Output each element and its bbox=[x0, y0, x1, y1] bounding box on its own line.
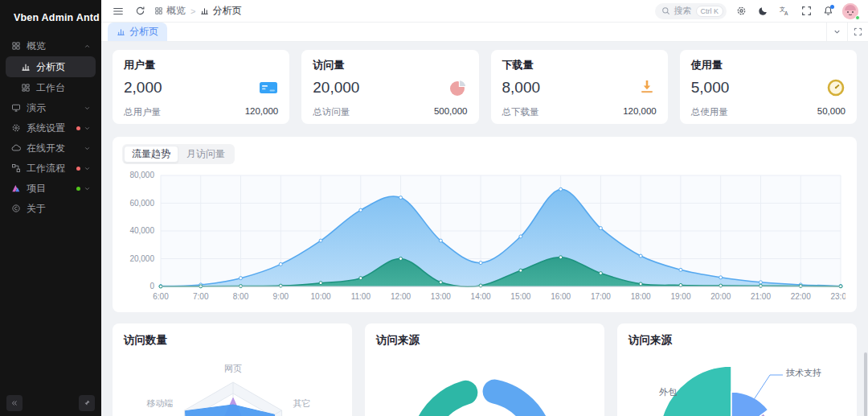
online-status-dot bbox=[855, 15, 860, 20]
svg-text:移动端: 移动端 bbox=[147, 398, 174, 408]
stat-card-value: 5,000 bbox=[691, 79, 730, 97]
workflow-icon bbox=[10, 163, 21, 174]
sidebar-item-analysis[interactable]: 分析页 bbox=[6, 56, 96, 77]
sidebar-item-label: 演示 bbox=[27, 101, 46, 115]
stat-card-users: 用户量 2,000 总用户量 120,000 bbox=[113, 50, 289, 124]
notification-bell-icon[interactable] bbox=[821, 4, 835, 19]
copyright-icon bbox=[10, 204, 21, 214]
pin-sidebar-button[interactable] bbox=[79, 395, 95, 411]
main-column: 概览 > 分析页 搜索 Ctrl K 文A bbox=[101, 0, 868, 416]
stat-card-visits: 访问量 20,000 总访问量 500,000 bbox=[301, 50, 478, 124]
svg-text:技术支持: 技术支持 bbox=[786, 368, 821, 377]
refresh-icon[interactable] bbox=[133, 4, 147, 19]
sidebar-item-system-settings[interactable]: 系统设置 bbox=[6, 118, 96, 138]
pin-icon bbox=[83, 399, 91, 407]
hamburger-menu-icon[interactable] bbox=[111, 4, 125, 19]
vben-logo-icon bbox=[10, 183, 21, 194]
stat-footer-label: 总下载量 bbox=[502, 106, 539, 118]
stat-footer-label: 总访问量 bbox=[313, 106, 350, 118]
svg-text:9:00: 9:00 bbox=[273, 292, 289, 301]
sidebar-item-overview[interactable]: 概览 bbox=[6, 36, 96, 56]
notification-badge bbox=[830, 5, 834, 9]
sidebar-item-workbench[interactable]: 工作台 bbox=[6, 78, 96, 97]
stat-footer-value: 120,000 bbox=[623, 106, 657, 118]
svg-text:20,000: 20,000 bbox=[129, 254, 154, 263]
gauge-icon bbox=[826, 78, 845, 97]
chevron-down-icon bbox=[84, 105, 91, 112]
stat-footer-label: 总使用量 bbox=[691, 106, 728, 118]
maximize-content-icon[interactable] bbox=[847, 23, 868, 41]
visit-source-pie-card: 访问来源 技术支持外包 bbox=[617, 323, 857, 416]
sidebar-submenu-overview: 分析页 工作台 bbox=[4, 56, 97, 97]
page-content: 用户量 2,000 总用户量 120,000 bbox=[101, 42, 868, 416]
svg-text:7:00: 7:00 bbox=[193, 292, 209, 301]
tab-analysis[interactable]: 分析页 bbox=[108, 23, 167, 41]
page-scrollbar[interactable] bbox=[864, 352, 867, 416]
stat-card-value: 8,000 bbox=[502, 79, 541, 97]
visit-source-donut-card: 访问来源 bbox=[365, 323, 604, 416]
svg-text:40,000: 40,000 bbox=[129, 226, 154, 235]
stat-card-title: 下载量 bbox=[502, 58, 657, 72]
sidebar-item-workflow[interactable]: 工作流程 bbox=[6, 159, 96, 178]
breadcrumb-item-analysis[interactable]: 分析页 bbox=[200, 4, 241, 18]
app-logo[interactable]: Vben Admin Antd bbox=[0, 0, 101, 35]
visit-source-rose-pie-chart[interactable]: 技术支持外包 bbox=[628, 351, 845, 416]
svg-text:外包: 外包 bbox=[659, 387, 678, 397]
user-avatar[interactable] bbox=[842, 3, 858, 19]
tabbar-tools bbox=[826, 23, 868, 41]
traffic-trend-area-chart[interactable]: 020,00040,00060,00080,0006:007:008:009:0… bbox=[122, 167, 845, 306]
svg-text:其它: 其它 bbox=[293, 398, 310, 408]
visit-count-radar-chart[interactable]: 网页其它移动端 bbox=[124, 351, 341, 416]
sidebar-item-demo[interactable]: 演示 bbox=[6, 98, 96, 117]
bottom-cards-row: 访问数量 网页其它移动端 访问来源 访问来源 技术支持外包 bbox=[113, 323, 857, 416]
sidebar-item-online-dev[interactable]: 在线开发 bbox=[6, 138, 96, 158]
language-translate-icon[interactable]: 文A bbox=[777, 4, 792, 19]
sidebar-item-about[interactable]: 关于 bbox=[6, 199, 96, 218]
sidebar-item-label: 概览 bbox=[27, 39, 46, 53]
chevron-down-icon bbox=[84, 125, 91, 132]
red-badge-dot bbox=[76, 126, 80, 130]
svg-text:19:00: 19:00 bbox=[670, 292, 690, 301]
search-placeholder: 搜索 bbox=[674, 5, 692, 17]
svg-text:23:00: 23:00 bbox=[830, 292, 845, 301]
card-title: 访问数量 bbox=[124, 333, 341, 348]
tab-list-chevron-down-icon[interactable] bbox=[826, 23, 847, 41]
sidebar-item-label: 在线开发 bbox=[27, 142, 65, 155]
stat-cards-row: 用户量 2,000 总用户量 120,000 bbox=[113, 50, 857, 124]
breadcrumb-item-overview[interactable]: 概览 bbox=[154, 4, 186, 18]
tab-monthly-visits[interactable]: 月访问量 bbox=[178, 146, 233, 163]
sidebar-item-project[interactable]: 项目 bbox=[6, 179, 96, 198]
svg-text:网页: 网页 bbox=[224, 364, 242, 373]
dark-mode-moon-icon[interactable] bbox=[755, 4, 770, 19]
grid-icon bbox=[10, 41, 21, 51]
sidebar-item-label: 分析页 bbox=[36, 60, 65, 74]
monitor-icon bbox=[10, 103, 21, 113]
search-input[interactable]: 搜索 Ctrl K bbox=[655, 3, 727, 19]
pie-icon bbox=[448, 78, 468, 97]
top-header: 概览 > 分析页 搜索 Ctrl K 文A bbox=[101, 0, 868, 23]
credit-card-icon bbox=[259, 78, 278, 97]
app-title: Vben Admin Antd bbox=[14, 12, 100, 23]
trend-tab-switcher: 流量趋势 月访问量 bbox=[122, 144, 235, 164]
visit-source-donut-chart[interactable] bbox=[376, 351, 593, 416]
stat-footer-label: 总用户量 bbox=[124, 106, 161, 118]
svg-text:21:00: 21:00 bbox=[751, 292, 771, 301]
breadcrumb-separator: > bbox=[190, 6, 195, 16]
stat-footer-value: 500,000 bbox=[434, 106, 468, 118]
sidebar-item-label: 工作台 bbox=[36, 81, 65, 95]
sidebar-menu: 概览 分析页 工作台 bbox=[0, 35, 101, 390]
search-shortcut: Ctrl K bbox=[696, 6, 724, 17]
green-badge-dot bbox=[76, 187, 80, 191]
svg-text:20:00: 20:00 bbox=[710, 292, 731, 301]
settings-gear-icon[interactable] bbox=[734, 4, 748, 19]
svg-text:22:00: 22:00 bbox=[791, 292, 811, 301]
stat-card-downloads: 下载量 8,000 总下载量 120,000 bbox=[491, 50, 668, 124]
chevron-down-icon bbox=[84, 145, 91, 152]
collapse-sidebar-button[interactable] bbox=[6, 395, 23, 411]
stat-card-usage: 使用量 5,000 总使用量 50,000 bbox=[680, 50, 857, 124]
fullscreen-icon[interactable] bbox=[799, 4, 813, 19]
stat-card-title: 使用量 bbox=[691, 58, 845, 72]
tab-traffic-trend[interactable]: 流量趋势 bbox=[124, 146, 178, 163]
download-icon bbox=[637, 78, 657, 97]
sidebar-item-label: 工作流程 bbox=[27, 162, 65, 175]
